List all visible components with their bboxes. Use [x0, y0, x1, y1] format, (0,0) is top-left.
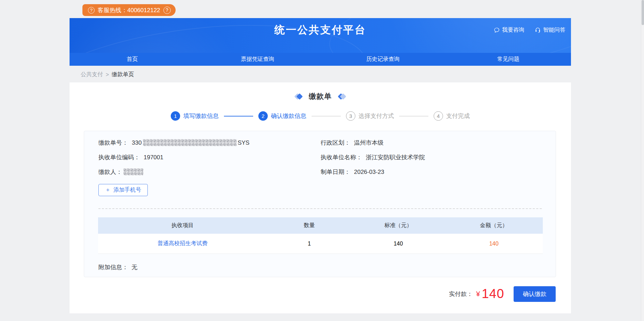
add-phone-button[interactable]: ＋ 添加手机号 — [98, 184, 148, 196]
payer-field: 缴款人： — [98, 168, 143, 176]
scrollbar-thumb[interactable] — [642, 0, 644, 25]
confirm-pay-button[interactable]: 确认缴款 — [514, 286, 556, 302]
total-label: 实付款： — [449, 290, 473, 298]
standard-cell: 140 — [352, 241, 445, 247]
unit-code-label: 执收单位编码： — [98, 154, 140, 161]
section-title: 缴款单 — [70, 91, 571, 101]
extra-info-value: 无 — [131, 264, 137, 271]
step-connector — [312, 116, 341, 117]
payment-summary: 实付款： ¥ 140 确认缴款 — [449, 286, 556, 302]
step-2-label: 确认缴款信息 — [271, 112, 306, 120]
step-4-label: 支付完成 — [446, 112, 470, 120]
nav-item-home[interactable]: 首页 — [70, 53, 195, 66]
step-connector — [224, 116, 253, 117]
region-label: 行政区划： — [321, 139, 350, 146]
table-row: 普通高校招生考试费 1 140 140 — [98, 234, 543, 254]
step-3-label: 选择支付方式 — [359, 112, 394, 120]
hotline-badge[interactable]: ? 客服热线：4006012122 ? — [82, 4, 176, 16]
bill-date-value: 2026-03-23 — [354, 169, 384, 175]
nav-item-voucher-query[interactable]: 票据凭证查询 — [195, 53, 321, 66]
unit-name-field: 执收单位名称：浙江安防职业技术学院 — [321, 153, 425, 161]
step-2-circle: 2 — [258, 111, 268, 121]
currency-symbol: ¥ — [476, 290, 480, 298]
col-header-quantity: 数量 — [267, 222, 352, 229]
breadcrumb-current: 缴款单页 — [112, 71, 134, 78]
col-header-amount: 金额（元） — [445, 222, 543, 229]
payment-info-box: 缴款单号：330SYS 行政区划：温州市本级 执收单位编码：197001 执收单… — [84, 131, 556, 277]
step-1-circle: 1 — [171, 111, 180, 121]
consult-link-label: 我要咨询 — [502, 26, 524, 34]
step-indicator: 1 填写缴款信息 2 确认缴款信息 3 选择支付方式 4 支付完成 — [70, 111, 571, 121]
bill-no-value: 330SYS — [132, 139, 249, 146]
add-phone-label: 添加手机号 — [113, 186, 141, 194]
speech-bubble-icon — [494, 27, 500, 33]
step-3: 3 选择支付方式 — [346, 111, 394, 121]
section-title-text: 缴款单 — [309, 91, 332, 101]
breadcrumb: 公共支付 > 缴款单页 — [81, 71, 134, 78]
item-link[interactable]: 普通高校招生考试费 — [158, 240, 208, 246]
payer-label: 缴款人： — [98, 169, 122, 175]
breadcrumb-separator: > — [106, 72, 109, 78]
step-4: 4 支付完成 — [434, 111, 470, 121]
headset-icon — [535, 27, 541, 33]
items-table: 执收项目 数量 标准（元） 金额（元） 普通高校招生考试费 1 140 140 — [98, 217, 543, 254]
smart-qa-link[interactable]: 智能问答 — [535, 26, 565, 34]
consult-link[interactable]: 我要咨询 — [494, 26, 524, 34]
step-1-label: 填写缴款信息 — [183, 112, 219, 120]
table-header-row: 执收项目 数量 标准（元） 金额（元） — [98, 217, 543, 234]
unit-name-label: 执收单位名称： — [321, 154, 362, 161]
step-2: 2 确认缴款信息 — [258, 111, 306, 121]
plus-icon: ＋ — [105, 186, 111, 194]
hotline-text: 客服热线：4006012122 — [98, 6, 160, 14]
extra-info-label: 附加信息： — [98, 264, 128, 271]
unit-code-value: 197001 — [144, 154, 163, 161]
bill-no-field: 缴款单号：330SYS — [98, 139, 249, 147]
diamond-decoration-left-icon — [295, 94, 302, 99]
content-card: 缴款单 1 填写缴款信息 2 确认缴款信息 3 选择支付方式 4 — [70, 82, 571, 313]
header-links: 我要咨询 智能问答 — [494, 26, 565, 34]
step-connector — [399, 116, 428, 117]
quantity-cell: 1 — [267, 241, 352, 247]
diamond-decoration-right-icon — [339, 94, 345, 99]
col-header-standard: 标准（元） — [352, 222, 445, 229]
header-banner: 统一公共支付平台 我要咨询 智能问答 首页 票据凭证查询 历史记录查询 常见问题 — [70, 18, 571, 66]
bill-no-label: 缴款单号： — [98, 139, 128, 146]
step-3-circle: 3 — [346, 111, 355, 121]
step-4-circle: 4 — [434, 111, 443, 121]
total-amount: 140 — [482, 287, 504, 301]
bill-date-field: 制单日期：2026-03-23 — [321, 168, 384, 176]
dashed-divider — [98, 208, 542, 209]
smart-qa-link-label: 智能问答 — [543, 26, 565, 34]
payment-page: ? 客服热线：4006012122 ? 统一公共支付平台 我要咨询 智能问答 首… — [0, 0, 644, 321]
unit-code-field: 执收单位编码：197001 — [98, 153, 163, 161]
step-1: 1 填写缴款信息 — [171, 111, 219, 121]
region-value: 温州市本级 — [354, 139, 384, 146]
main-nav: 首页 票据凭证查询 历史记录查询 常见问题 — [70, 53, 571, 66]
help-circle-icon: ? — [88, 7, 95, 14]
region-field: 行政区划：温州市本级 — [321, 139, 384, 147]
help-circle-icon[interactable]: ? — [163, 7, 171, 14]
bill-date-label: 制单日期： — [321, 169, 350, 175]
redacted-mosaic — [143, 139, 237, 146]
amount-cell: 140 — [445, 241, 543, 247]
unit-name-value: 浙江安防职业技术学院 — [366, 154, 425, 161]
redacted-mosaic — [123, 168, 143, 175]
hotline-number: 4006012122 — [127, 7, 160, 14]
extra-info-field: 附加信息：无 — [98, 263, 137, 271]
nav-item-history-query[interactable]: 历史记录查询 — [320, 53, 446, 66]
scrollbar-track[interactable] — [641, 0, 644, 321]
col-header-item: 执收项目 — [98, 222, 267, 229]
nav-item-faq[interactable]: 常见问题 — [446, 53, 571, 66]
breadcrumb-parent[interactable]: 公共支付 — [81, 71, 103, 78]
